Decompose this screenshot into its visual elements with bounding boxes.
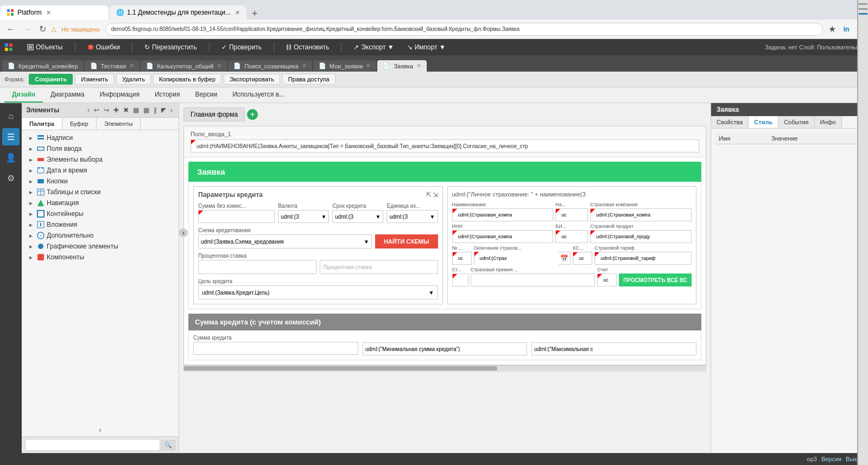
doc-tab-myzayavki[interactable]: 📄 Мои_заявки ✕ <box>313 60 377 72</box>
sidebar-search-button[interactable]: 🔍 <box>161 440 175 450</box>
tree-item-selects[interactable]: ► Элементы выбора <box>22 154 179 165</box>
sidebar-undo-btn[interactable]: ↩ <box>92 105 101 115</box>
right-tab-properties[interactable]: Свойства <box>711 116 749 128</box>
tab-info[interactable]: Информация <box>92 87 147 103</box>
add-form-tab-button[interactable]: + <box>247 109 258 120</box>
tab-versions[interactable]: Версии <box>187 87 225 103</box>
back-button[interactable]: ← <box>4 23 17 35</box>
zayavka-close[interactable]: ✕ <box>416 62 421 69</box>
view-all-button[interactable]: ПРОСМОТРЕТЬ ВСЕ ВС <box>619 273 692 286</box>
doc-tab-search[interactable]: 📄 Поиск_созаемщика ✕ <box>228 60 312 72</box>
min-sum-field[interactable]: udml:("Минимальная сумма кредита") <box>363 342 528 355</box>
sidebar-tab-elements[interactable]: Элементы <box>97 118 141 130</box>
ins-name-input[interactable]: udml:(Страховая_компа <box>452 208 554 221</box>
sum-input-field[interactable] <box>193 342 358 355</box>
import-button[interactable]: ↘ Импорт ▼ <box>404 42 449 53</box>
platform-tab-close[interactable]: ✕ <box>46 9 51 16</box>
calculator-close[interactable]: ✕ <box>217 62 221 69</box>
ins-na-input[interactable]: uc <box>555 208 588 221</box>
tree-item-components[interactable]: ► Компоненты <box>22 252 179 263</box>
sidebar-action7-btn[interactable]: › <box>169 105 174 115</box>
objects-button[interactable]: Объекты <box>24 42 66 53</box>
sidebar-tab-palette[interactable]: Палитра <box>22 118 62 130</box>
tree-item-datetime[interactable]: ► Дата и время <box>22 165 179 176</box>
ins-num-input[interactable]: uc <box>452 252 472 265</box>
tab-diagram[interactable]: Диаграмма <box>43 87 92 103</box>
right-tab-events[interactable]: События <box>778 116 814 128</box>
currency-select[interactable]: udml:(З ▼ <box>278 210 329 223</box>
rate-input[interactable] <box>198 260 316 274</box>
ins-product-input[interactable]: udml:(Страховой_проду <box>590 230 692 243</box>
rate-placeholder-input[interactable]: Процентная ставка <box>320 260 438 274</box>
check-button[interactable]: ✓ Проверить <box>218 42 265 53</box>
status-version[interactable]: Версия <box>821 456 841 462</box>
doc-tab-calculator[interactable]: 📄 Калькулятор_общий ✕ <box>141 60 227 72</box>
tree-item-graphics[interactable]: ► Графические элементы <box>22 241 179 252</box>
stop-button[interactable]: Остановить <box>283 42 333 53</box>
sidebar-tab-buffer[interactable]: Буфер <box>62 118 97 130</box>
new-tab-button[interactable]: + <box>248 8 262 20</box>
right-tab-info[interactable]: Инфо <box>815 116 842 128</box>
ins-ks-input[interactable]: uc <box>573 252 592 265</box>
tree-item-inputs[interactable]: ► Поля ввода <box>22 143 179 154</box>
sidebar-action5-btn[interactable]: ‖ <box>152 105 159 115</box>
calendar-icon[interactable]: 📅 <box>559 254 570 262</box>
errors-button[interactable]: ! Ошибки <box>84 42 124 53</box>
delete-button[interactable]: Удалить <box>116 74 151 85</box>
sidebar-action6-btn[interactable]: ◤ <box>160 105 168 115</box>
save-button[interactable]: Сохранить <box>29 74 73 85</box>
edit-button[interactable]: Изменить <box>75 74 114 85</box>
tab-history[interactable]: История <box>147 87 188 103</box>
ins-account-input[interactable]: uc <box>597 273 617 286</box>
export-form-button[interactable]: Экспортировать <box>224 74 280 85</box>
tree-item-attachments[interactable]: ► Вложения <box>22 219 179 230</box>
sidebar-action4-btn[interactable]: ▦ <box>142 105 151 115</box>
tree-item-containers[interactable]: ► Контейнеры <box>22 208 179 219</box>
access-button[interactable]: Права доступа <box>282 74 335 85</box>
goal-select[interactable]: udml:(Заявка.Кредит.Цель) ▼ <box>198 285 438 300</box>
resize-expand-btn[interactable]: ⇱ <box>426 191 432 199</box>
sidebar-action2-btn[interactable]: ✖ <box>122 105 130 115</box>
ins-company-input[interactable]: udml:(Страховая_компа <box>590 208 692 221</box>
main-form-tab[interactable]: Главная форма <box>183 107 245 122</box>
left-bar-list[interactable]: ☰ <box>2 128 20 145</box>
left-bar-home[interactable]: ⌂ <box>2 107 20 125</box>
browser-tab-demo[interactable]: 🌐 1.1 Демостенды для презентаци... ✕ <box>110 5 246 20</box>
tree-item-navigation[interactable]: ► Навигация <box>22 198 179 208</box>
left-bar-settings[interactable]: ⚙ <box>2 169 20 187</box>
ins-tariff-input[interactable]: udml:(Страховой_тариф <box>594 252 692 265</box>
field-udml-input[interactable]: udml:(НАИМЕНОВАНИЕ(Заявка.Анкеты_заемщик… <box>191 139 699 152</box>
doc-tab-konveyer[interactable]: 📄 Кредитный_конвейер <box>2 60 84 72</box>
tree-item-buttons[interactable]: ► Кнопки <box>22 176 179 187</box>
search-close[interactable]: ✕ <box>302 62 307 69</box>
testovaya-close[interactable]: ✕ <box>129 62 134 69</box>
myzayavki-close[interactable]: ✕ <box>366 62 371 69</box>
ins-bik-input[interactable]: uc <box>555 230 588 243</box>
browser-tab-platform[interactable]: Platform ✕ <box>0 5 109 20</box>
unit-select[interactable]: udml:(З ▼ <box>387 210 438 223</box>
reload-button[interactable]: ↻ <box>37 23 48 35</box>
sidebar-redo-btn[interactable]: ↪ <box>102 105 111 115</box>
resize-contract-btn[interactable]: ⇲ <box>433 191 438 199</box>
doc-tab-zayavka[interactable]: 📄 Заявка ✕ <box>377 60 427 72</box>
doc-tab-testovaya[interactable]: 📄 Тестовая ✕ <box>85 60 140 72</box>
sidebar-collapse-icon[interactable]: ‹ <box>99 425 102 434</box>
ins-premium-input[interactable] <box>471 273 595 286</box>
scheme-select[interactable]: udml:(Заявка.Схема_кредования ▼ <box>198 234 372 249</box>
sum-input[interactable] <box>198 210 275 223</box>
sidebar-resize-handle[interactable]: ‹ <box>179 228 188 237</box>
demo-tab-close[interactable]: ✕ <box>235 9 240 16</box>
sidebar-bottom-arrow[interactable]: ‹ <box>22 423 179 436</box>
horizontal-scrollbar[interactable] <box>183 365 706 372</box>
sidebar-search-input[interactable] <box>25 439 160 451</box>
sidebar-collapse-btn[interactable]: ‹ <box>86 105 91 115</box>
tab-design[interactable]: Дизайн <box>4 87 43 103</box>
sidebar-action3-btn[interactable]: ▦ <box>131 105 141 115</box>
linkedin-button[interactable]: in <box>841 24 852 34</box>
left-bar-users[interactable]: 👤 <box>2 149 20 166</box>
max-sum-field[interactable]: udml:("Максимальная с <box>531 342 696 355</box>
forward-button[interactable]: → <box>21 23 34 35</box>
copy-buffer-button[interactable]: Копировать в буфер <box>153 74 221 85</box>
ins-inn-input[interactable]: udml:(Страховая_компа <box>452 230 554 243</box>
sidebar-action1-btn[interactable]: ✚ <box>112 105 121 115</box>
